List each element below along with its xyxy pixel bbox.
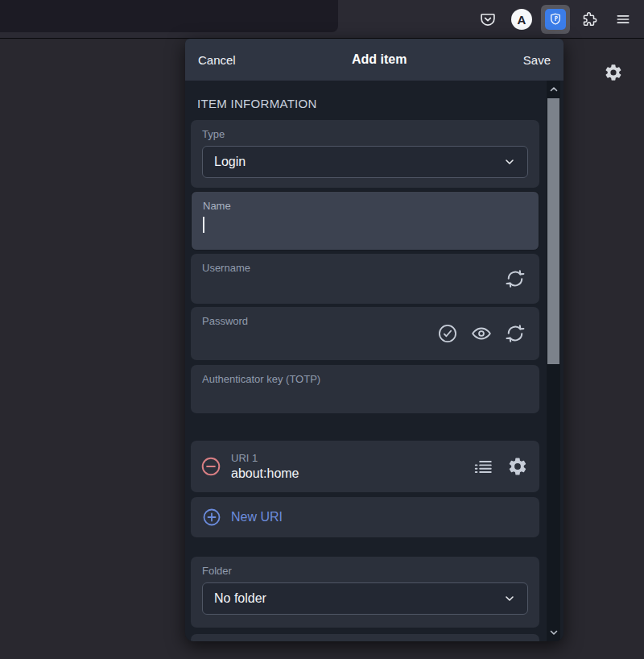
remove-uri-icon[interactable] bbox=[200, 456, 221, 477]
url-bar[interactable] bbox=[0, 0, 338, 32]
chevron-down-icon bbox=[503, 155, 516, 168]
bitwarden-extension-button[interactable] bbox=[541, 5, 570, 34]
toolbar-icons: A bbox=[473, 0, 638, 39]
account-button[interactable]: A bbox=[507, 5, 536, 34]
folder-field-card: Folder No folder bbox=[191, 557, 539, 628]
save-button[interactable]: Save bbox=[523, 53, 551, 67]
name-label: Name bbox=[203, 200, 527, 212]
scrollbar-up-arrow-icon[interactable] bbox=[547, 83, 560, 96]
popup-title: Add item bbox=[236, 52, 523, 67]
page-settings-gear-icon[interactable] bbox=[604, 63, 623, 82]
extensions-puzzle-icon[interactable] bbox=[575, 5, 604, 34]
generate-password-icon[interactable] bbox=[505, 323, 526, 344]
new-uri-label: New URI bbox=[231, 510, 283, 524]
next-card-partial bbox=[191, 634, 539, 641]
cancel-button[interactable]: Cancel bbox=[198, 53, 236, 67]
username-actions bbox=[505, 268, 526, 289]
bitwarden-shield-icon bbox=[545, 9, 566, 30]
uri-match-options-icon[interactable] bbox=[473, 456, 493, 477]
account-avatar: A bbox=[511, 9, 532, 30]
scrollbar-down-arrow-icon[interactable] bbox=[547, 626, 560, 639]
type-select-value: Login bbox=[214, 155, 503, 169]
username-field-card[interactable]: Username bbox=[191, 254, 539, 304]
folder-select-value: No folder bbox=[214, 591, 503, 606]
uri-actions bbox=[473, 456, 528, 477]
password-actions bbox=[437, 323, 526, 344]
section-title: ITEM INFORMATION bbox=[197, 97, 539, 110]
pocket-icon[interactable] bbox=[473, 5, 502, 34]
menu-hamburger-icon[interactable] bbox=[609, 5, 638, 34]
uri-settings-gear-icon[interactable] bbox=[507, 456, 528, 477]
chevron-down-icon bbox=[503, 592, 516, 605]
check-password-icon[interactable] bbox=[437, 323, 458, 344]
popup-body: ITEM INFORMATION Type Login Name Usernam… bbox=[185, 81, 564, 641]
bitwarden-add-item-popup: Cancel Add item Save ITEM INFORMATION Ty… bbox=[185, 39, 564, 641]
type-select[interactable]: Login bbox=[202, 146, 528, 178]
generate-username-icon[interactable] bbox=[505, 268, 526, 289]
type-label: Type bbox=[202, 128, 528, 140]
folder-label: Folder bbox=[202, 565, 528, 577]
new-uri-button[interactable]: New URI bbox=[191, 497, 539, 537]
uri-field-card: URI 1 about:home bbox=[191, 441, 539, 492]
type-field-card: Type Login bbox=[191, 120, 539, 188]
uri-input-value: about:home bbox=[231, 466, 473, 481]
totp-field-card[interactable]: Authenticator key (TOTP) bbox=[191, 365, 539, 413]
uri-text[interactable]: URI 1 about:home bbox=[231, 452, 473, 481]
browser-toolbar: A bbox=[0, 0, 644, 39]
name-field-card[interactable]: Name bbox=[191, 191, 539, 251]
uri-label: URI 1 bbox=[231, 452, 473, 464]
totp-label: Authenticator key (TOTP) bbox=[202, 373, 528, 385]
password-field-card[interactable]: Password bbox=[191, 307, 539, 360]
toggle-visibility-eye-icon[interactable] bbox=[471, 323, 492, 344]
scrollbar-thumb[interactable] bbox=[547, 98, 559, 364]
popup-header: Cancel Add item Save bbox=[185, 39, 564, 81]
username-label: Username bbox=[202, 262, 528, 274]
text-cursor bbox=[203, 217, 204, 233]
add-uri-plus-icon bbox=[202, 508, 221, 527]
folder-select[interactable]: No folder bbox=[202, 582, 528, 615]
popup-scrollbar[interactable] bbox=[547, 81, 560, 641]
